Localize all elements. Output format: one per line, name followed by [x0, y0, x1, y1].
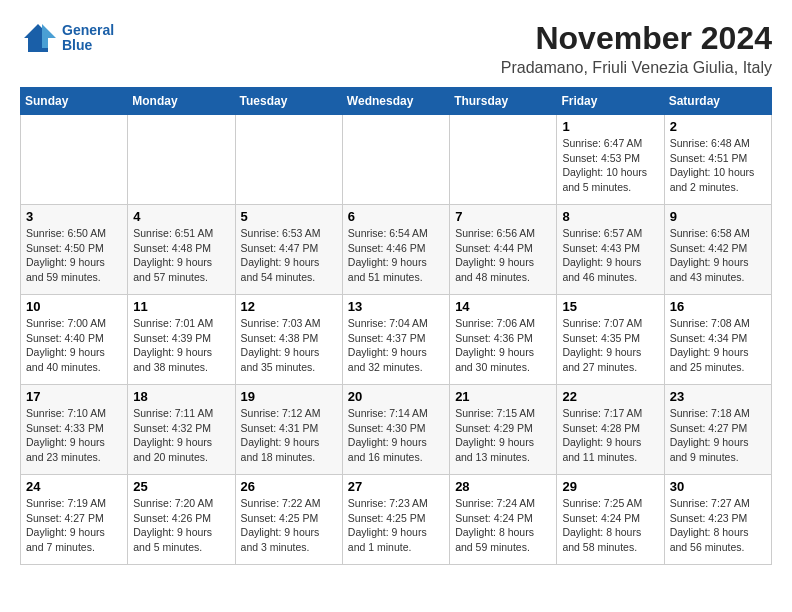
day-info: Sunrise: 7:25 AM Sunset: 4:24 PM Dayligh…	[562, 496, 658, 555]
calendar-body: 1Sunrise: 6:47 AM Sunset: 4:53 PM Daylig…	[21, 115, 772, 565]
calendar-day-cell: 3Sunrise: 6:50 AM Sunset: 4:50 PM Daylig…	[21, 205, 128, 295]
day-number: 18	[133, 389, 229, 404]
calendar-day-cell	[235, 115, 342, 205]
day-info: Sunrise: 6:54 AM Sunset: 4:46 PM Dayligh…	[348, 226, 444, 285]
day-number: 15	[562, 299, 658, 314]
day-number: 21	[455, 389, 551, 404]
day-number: 19	[241, 389, 337, 404]
calendar-day-cell: 19Sunrise: 7:12 AM Sunset: 4:31 PM Dayli…	[235, 385, 342, 475]
calendar-day-cell: 28Sunrise: 7:24 AM Sunset: 4:24 PM Dayli…	[450, 475, 557, 565]
calendar-week-row: 3Sunrise: 6:50 AM Sunset: 4:50 PM Daylig…	[21, 205, 772, 295]
day-info: Sunrise: 7:18 AM Sunset: 4:27 PM Dayligh…	[670, 406, 766, 465]
weekday-header-cell: Sunday	[21, 88, 128, 115]
calendar-day-cell: 2Sunrise: 6:48 AM Sunset: 4:51 PM Daylig…	[664, 115, 771, 205]
calendar-day-cell: 5Sunrise: 6:53 AM Sunset: 4:47 PM Daylig…	[235, 205, 342, 295]
calendar-day-cell: 14Sunrise: 7:06 AM Sunset: 4:36 PM Dayli…	[450, 295, 557, 385]
day-number: 7	[455, 209, 551, 224]
calendar-day-cell: 6Sunrise: 6:54 AM Sunset: 4:46 PM Daylig…	[342, 205, 449, 295]
day-info: Sunrise: 7:00 AM Sunset: 4:40 PM Dayligh…	[26, 316, 122, 375]
day-number: 4	[133, 209, 229, 224]
day-number: 3	[26, 209, 122, 224]
day-number: 23	[670, 389, 766, 404]
day-info: Sunrise: 7:14 AM Sunset: 4:30 PM Dayligh…	[348, 406, 444, 465]
day-info: Sunrise: 6:47 AM Sunset: 4:53 PM Dayligh…	[562, 136, 658, 195]
day-number: 27	[348, 479, 444, 494]
day-number: 9	[670, 209, 766, 224]
day-info: Sunrise: 7:27 AM Sunset: 4:23 PM Dayligh…	[670, 496, 766, 555]
calendar-week-row: 17Sunrise: 7:10 AM Sunset: 4:33 PM Dayli…	[21, 385, 772, 475]
day-info: Sunrise: 7:15 AM Sunset: 4:29 PM Dayligh…	[455, 406, 551, 465]
calendar-day-cell: 21Sunrise: 7:15 AM Sunset: 4:29 PM Dayli…	[450, 385, 557, 475]
day-info: Sunrise: 6:53 AM Sunset: 4:47 PM Dayligh…	[241, 226, 337, 285]
calendar-day-cell: 7Sunrise: 6:56 AM Sunset: 4:44 PM Daylig…	[450, 205, 557, 295]
day-number: 16	[670, 299, 766, 314]
calendar-day-cell: 17Sunrise: 7:10 AM Sunset: 4:33 PM Dayli…	[21, 385, 128, 475]
day-number: 8	[562, 209, 658, 224]
calendar-day-cell: 12Sunrise: 7:03 AM Sunset: 4:38 PM Dayli…	[235, 295, 342, 385]
calendar-day-cell: 4Sunrise: 6:51 AM Sunset: 4:48 PM Daylig…	[128, 205, 235, 295]
day-info: Sunrise: 7:07 AM Sunset: 4:35 PM Dayligh…	[562, 316, 658, 375]
day-info: Sunrise: 6:48 AM Sunset: 4:51 PM Dayligh…	[670, 136, 766, 195]
calendar-day-cell: 8Sunrise: 6:57 AM Sunset: 4:43 PM Daylig…	[557, 205, 664, 295]
day-number: 17	[26, 389, 122, 404]
day-info: Sunrise: 7:10 AM Sunset: 4:33 PM Dayligh…	[26, 406, 122, 465]
logo-icon	[20, 20, 56, 56]
day-number: 2	[670, 119, 766, 134]
calendar-day-cell	[128, 115, 235, 205]
calendar-week-row: 10Sunrise: 7:00 AM Sunset: 4:40 PM Dayli…	[21, 295, 772, 385]
day-number: 24	[26, 479, 122, 494]
calendar-day-cell: 15Sunrise: 7:07 AM Sunset: 4:35 PM Dayli…	[557, 295, 664, 385]
calendar-day-cell: 27Sunrise: 7:23 AM Sunset: 4:25 PM Dayli…	[342, 475, 449, 565]
day-info: Sunrise: 6:51 AM Sunset: 4:48 PM Dayligh…	[133, 226, 229, 285]
weekday-header-cell: Monday	[128, 88, 235, 115]
calendar-week-row: 24Sunrise: 7:19 AM Sunset: 4:27 PM Dayli…	[21, 475, 772, 565]
day-number: 11	[133, 299, 229, 314]
day-info: Sunrise: 7:04 AM Sunset: 4:37 PM Dayligh…	[348, 316, 444, 375]
calendar-day-cell: 18Sunrise: 7:11 AM Sunset: 4:32 PM Dayli…	[128, 385, 235, 475]
day-number: 26	[241, 479, 337, 494]
calendar-day-cell: 26Sunrise: 7:22 AM Sunset: 4:25 PM Dayli…	[235, 475, 342, 565]
calendar-day-cell: 20Sunrise: 7:14 AM Sunset: 4:30 PM Dayli…	[342, 385, 449, 475]
day-info: Sunrise: 7:23 AM Sunset: 4:25 PM Dayligh…	[348, 496, 444, 555]
calendar-day-cell: 25Sunrise: 7:20 AM Sunset: 4:26 PM Dayli…	[128, 475, 235, 565]
page-header: General Blue November 2024 Pradamano, Fr…	[20, 20, 772, 77]
day-info: Sunrise: 7:22 AM Sunset: 4:25 PM Dayligh…	[241, 496, 337, 555]
day-number: 30	[670, 479, 766, 494]
calendar-week-row: 1Sunrise: 6:47 AM Sunset: 4:53 PM Daylig…	[21, 115, 772, 205]
calendar-day-cell: 30Sunrise: 7:27 AM Sunset: 4:23 PM Dayli…	[664, 475, 771, 565]
calendar-table: SundayMondayTuesdayWednesdayThursdayFrid…	[20, 87, 772, 565]
calendar-day-cell	[342, 115, 449, 205]
calendar-day-cell: 9Sunrise: 6:58 AM Sunset: 4:42 PM Daylig…	[664, 205, 771, 295]
title-section: November 2024 Pradamano, Friuli Venezia …	[501, 20, 772, 77]
day-number: 5	[241, 209, 337, 224]
calendar-day-cell	[21, 115, 128, 205]
logo-text: General Blue	[62, 23, 114, 54]
day-number: 20	[348, 389, 444, 404]
logo: General Blue	[20, 20, 114, 56]
day-number: 12	[241, 299, 337, 314]
calendar-day-cell	[450, 115, 557, 205]
day-number: 22	[562, 389, 658, 404]
day-number: 14	[455, 299, 551, 314]
day-number: 6	[348, 209, 444, 224]
weekday-header-cell: Thursday	[450, 88, 557, 115]
calendar-header-row: SundayMondayTuesdayWednesdayThursdayFrid…	[21, 88, 772, 115]
calendar-day-cell: 13Sunrise: 7:04 AM Sunset: 4:37 PM Dayli…	[342, 295, 449, 385]
calendar-day-cell: 11Sunrise: 7:01 AM Sunset: 4:39 PM Dayli…	[128, 295, 235, 385]
calendar-day-cell: 10Sunrise: 7:00 AM Sunset: 4:40 PM Dayli…	[21, 295, 128, 385]
day-info: Sunrise: 7:11 AM Sunset: 4:32 PM Dayligh…	[133, 406, 229, 465]
day-number: 28	[455, 479, 551, 494]
day-info: Sunrise: 7:19 AM Sunset: 4:27 PM Dayligh…	[26, 496, 122, 555]
day-info: Sunrise: 7:24 AM Sunset: 4:24 PM Dayligh…	[455, 496, 551, 555]
weekday-header-cell: Saturday	[664, 88, 771, 115]
calendar-day-cell: 1Sunrise: 6:47 AM Sunset: 4:53 PM Daylig…	[557, 115, 664, 205]
day-info: Sunrise: 7:17 AM Sunset: 4:28 PM Dayligh…	[562, 406, 658, 465]
page-title: November 2024	[501, 20, 772, 57]
day-info: Sunrise: 7:06 AM Sunset: 4:36 PM Dayligh…	[455, 316, 551, 375]
calendar-day-cell: 16Sunrise: 7:08 AM Sunset: 4:34 PM Dayli…	[664, 295, 771, 385]
day-info: Sunrise: 7:08 AM Sunset: 4:34 PM Dayligh…	[670, 316, 766, 375]
day-info: Sunrise: 7:12 AM Sunset: 4:31 PM Dayligh…	[241, 406, 337, 465]
day-info: Sunrise: 7:01 AM Sunset: 4:39 PM Dayligh…	[133, 316, 229, 375]
day-number: 29	[562, 479, 658, 494]
weekday-header-cell: Tuesday	[235, 88, 342, 115]
